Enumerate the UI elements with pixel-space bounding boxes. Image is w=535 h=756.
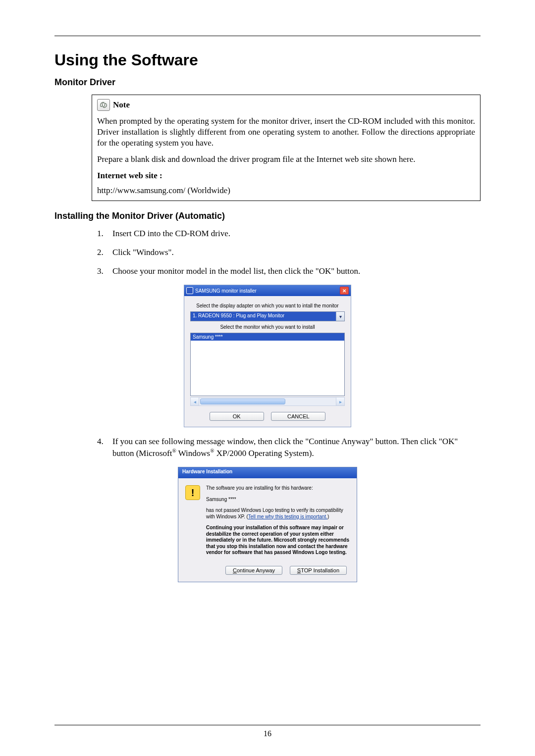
note-icon: [97, 99, 110, 111]
monitor-listbox[interactable]: Samsung ****: [190, 333, 345, 396]
installer-instruction-1: Select the display adapter on which you …: [190, 303, 345, 308]
hw-text-line2: has not passed Windows Logo testing to v…: [206, 507, 350, 520]
top-rule: [54, 36, 481, 36]
note-paragraph-2: Prepare a blank disk and download the dr…: [97, 154, 475, 165]
registered-mark-1: ®: [172, 448, 176, 454]
step-1: Insert CD into the CD-ROM drive.: [106, 228, 481, 239]
hw-dialog-title: Hardware Installation: [178, 467, 357, 478]
hardware-installation-dialog: Hardware Installation ! The software you…: [178, 467, 357, 582]
installer-app-icon: [186, 287, 193, 294]
samsung-installer-dialog: SAMSUNG monitor installer ✕ Select the d…: [184, 285, 351, 427]
step-3: Choose your monitor model in the model l…: [106, 266, 481, 277]
page-number: 16: [54, 729, 481, 738]
ok-button[interactable]: OK: [210, 412, 264, 421]
note-label: Note: [113, 100, 130, 110]
scroll-right-icon[interactable]: ▸: [336, 398, 344, 405]
section-installing-automatic: Installing the Monitor Driver (Automatic…: [54, 211, 481, 221]
scroll-left-icon[interactable]: ◂: [191, 398, 199, 405]
hw-why-link[interactable]: Tell me why this testing is important.: [248, 514, 327, 519]
hw-product-name: Samsung ****: [206, 497, 350, 503]
monitor-list-item[interactable]: Samsung ****: [191, 333, 344, 341]
install-steps: Insert CD into the CD-ROM drive. Click "…: [92, 228, 481, 277]
scroll-thumb[interactable]: [200, 399, 285, 404]
install-steps-cont: If you can see following message window,…: [92, 436, 481, 459]
step4-part3: XP/2000 Operating System).: [214, 449, 314, 458]
step4-part2: Windows: [176, 449, 210, 458]
internet-web-site-label: Internet web site :: [97, 171, 475, 181]
horizontal-scrollbar[interactable]: ◂ ▸: [190, 397, 345, 406]
close-icon[interactable]: ✕: [340, 287, 349, 295]
step-2: Click "Windows".: [106, 247, 481, 258]
installer-instruction-2: Select the monitor which you want to ins…: [190, 324, 345, 330]
step-4: If you can see following message window,…: [106, 436, 481, 459]
internet-web-site-url: http://www.samsung.com/ (Worldwide): [97, 186, 475, 196]
page-title: Using the Software: [54, 51, 481, 69]
adapter-selected: 1. RADEON 9550 : Plug and Play Monitor: [191, 312, 336, 321]
section-monitor-driver: Monitor Driver: [54, 77, 481, 88]
bottom-rule: [54, 725, 481, 725]
note-box: Note When prompted by the operating syst…: [92, 95, 481, 201]
hw-l2b: ): [327, 514, 329, 519]
note-paragraph-1: When prompted by the operating system fo…: [97, 116, 475, 148]
hw-text-line1: The software you are installing for this…: [206, 485, 350, 492]
installer-title: SAMSUNG monitor installer: [195, 288, 257, 294]
stop-installation-button[interactable]: STOP Installation: [290, 566, 347, 575]
hw-warning-bold: Continuing your installation of this sof…: [206, 525, 350, 556]
installer-titlebar: SAMSUNG monitor installer ✕: [184, 285, 351, 296]
cancel-button[interactable]: CANCEL: [271, 412, 325, 421]
chevron-down-icon[interactable]: ▾: [336, 312, 344, 321]
warning-icon: !: [185, 485, 200, 500]
continue-anyway-button[interactable]: Continue Anyway: [225, 566, 282, 575]
registered-mark-2: ®: [210, 448, 214, 454]
adapter-combobox[interactable]: 1. RADEON 9550 : Plug and Play Monitor ▾: [190, 311, 345, 321]
